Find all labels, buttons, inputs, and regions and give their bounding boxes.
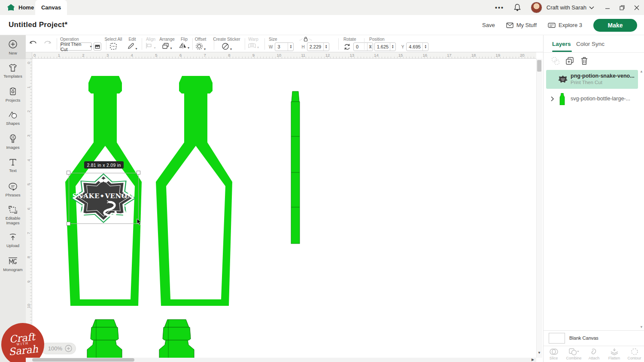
slice-button: Slice bbox=[544, 346, 564, 362]
layer-row-bottle-group[interactable]: svg-potion-bottle-large-... bbox=[546, 92, 638, 106]
sidebar-label: Templates bbox=[3, 74, 22, 78]
zoom-in-icon[interactable] bbox=[65, 345, 72, 352]
my-stuff-button[interactable]: My Stuff bbox=[506, 22, 537, 28]
arrange-group[interactable]: Arrange ▾ bbox=[157, 37, 177, 51]
more-menu-icon[interactable]: ••• bbox=[495, 4, 504, 11]
explore-cards-icon bbox=[548, 22, 556, 28]
sidebar-item-upload[interactable]: Upload bbox=[0, 229, 26, 252]
notifications-bell-icon[interactable] bbox=[513, 3, 521, 12]
select-all-group[interactable]: Select All bbox=[102, 37, 125, 52]
tab-color-sync[interactable]: Color Sync bbox=[576, 41, 605, 47]
size-tooltip: 2.81 in x 2.09 in bbox=[84, 161, 124, 169]
selection-handle-top-right[interactable] bbox=[137, 171, 140, 175]
layer-name: svg-potion-bottle-large-... bbox=[571, 96, 630, 102]
contour-icon bbox=[630, 348, 639, 356]
tab-home[interactable]: Home bbox=[7, 0, 34, 15]
canvas-vertical-scrollbar-thumb[interactable] bbox=[537, 60, 541, 72]
layer-thumbnail-label bbox=[558, 75, 568, 83]
attach-button: Attach bbox=[584, 346, 604, 362]
canvas-tab-label: Canvas bbox=[41, 4, 61, 11]
position-x-stepper[interactable]: ▲▼ bbox=[390, 43, 395, 51]
expand-chevron-icon[interactable] bbox=[550, 96, 554, 102]
duplicate-icon[interactable] bbox=[565, 56, 575, 66]
offset-group[interactable]: Offset ▾ bbox=[190, 37, 211, 52]
layer-row-snake-venom[interactable]: png-potion-snake-veno... Print Then Cut bbox=[546, 70, 638, 89]
sidebar-item-projects[interactable]: Projects bbox=[0, 83, 26, 106]
position-label: Position bbox=[369, 37, 438, 42]
selection-handle-top-left[interactable] bbox=[67, 171, 70, 175]
canvas-vertical-scrollbar[interactable] bbox=[536, 59, 542, 358]
operation-dropdown[interactable]: Print Then Cut▾ bbox=[60, 42, 92, 51]
avatar[interactable] bbox=[531, 2, 542, 13]
explore-button[interactable]: Explore 3 bbox=[548, 22, 582, 28]
panel-scroll-up-arrow-icon[interactable]: ▲ bbox=[640, 69, 643, 73]
rotate-icon[interactable] bbox=[343, 43, 351, 51]
user-name[interactable]: Craft with Sarah bbox=[547, 4, 586, 11]
combine-button: Combine bbox=[564, 346, 584, 362]
create-sticker-group[interactable]: Create Sticker ▾ bbox=[213, 37, 240, 52]
make-button[interactable]: Make bbox=[593, 19, 637, 32]
left-sidebar: New Templates Projects Shapes Images Tex… bbox=[0, 35, 26, 362]
position-y-label: Y bbox=[401, 45, 404, 49]
edit-group[interactable]: Edit ▾ bbox=[124, 37, 141, 51]
arrange-layers-icon bbox=[162, 42, 169, 49]
chevron-down-icon[interactable] bbox=[589, 6, 594, 9]
canvas-horizontal-scrollbar-thumb[interactable] bbox=[32, 358, 134, 362]
align-icon bbox=[146, 42, 153, 49]
lock-icon[interactable] bbox=[299, 37, 312, 42]
close-button[interactable] bbox=[629, 0, 644, 15]
tab-canvas[interactable]: Canvas bbox=[35, 0, 67, 15]
sidebar-item-shapes[interactable]: Shapes bbox=[0, 106, 26, 130]
position-group: Position X 1.625 ▲▼ Y 4.695 ▲▼ bbox=[369, 37, 438, 51]
upload-icon bbox=[9, 233, 17, 241]
blank-canvas-row[interactable]: Blank Canvas bbox=[544, 330, 644, 346]
sidebar-item-templates[interactable]: Templates bbox=[0, 59, 26, 83]
sidebar-item-new[interactable]: New bbox=[0, 35, 26, 59]
sidebar-item-monogram[interactable]: Monogram bbox=[0, 252, 26, 276]
align-group: Align ▾ bbox=[143, 37, 159, 51]
operation-group: Operation Print Then Cut▾ bbox=[60, 37, 101, 51]
position-y-field[interactable]: 4.695 ▲▼ bbox=[406, 42, 428, 51]
scroll-right-arrow-icon[interactable]: ▶ bbox=[532, 358, 534, 362]
redo-icon[interactable] bbox=[43, 40, 52, 47]
editable-images-icon bbox=[8, 205, 18, 214]
width-field[interactable]: 3 ▲▼ bbox=[275, 42, 294, 51]
width-stepper[interactable]: ▲▼ bbox=[288, 43, 293, 51]
panel-scroll-down-arrow-icon[interactable]: ▼ bbox=[640, 325, 643, 329]
warp-icon bbox=[248, 42, 256, 48]
undo-icon[interactable] bbox=[29, 40, 38, 47]
maximize-button[interactable] bbox=[615, 0, 629, 15]
layer-name: png-potion-snake-veno... bbox=[571, 73, 635, 79]
minimize-button[interactable] bbox=[600, 0, 615, 15]
position-y-stepper[interactable]: ▲▼ bbox=[422, 43, 428, 51]
home-icon bbox=[7, 4, 15, 11]
delete-trash-icon[interactable] bbox=[579, 56, 589, 66]
print-then-cut-swatch-button[interactable] bbox=[94, 42, 101, 51]
position-x-label: X bbox=[369, 45, 372, 49]
position-x-field[interactable]: 1.625 ▲▼ bbox=[374, 42, 396, 51]
create-sticker-label: Create Sticker bbox=[213, 37, 240, 42]
titlebar-right: ••• Craft with Sarah bbox=[495, 0, 644, 15]
sidebar-item-text[interactable]: Text bbox=[0, 154, 26, 177]
sidebar-label: Editable Images bbox=[0, 216, 26, 225]
monogram-icon bbox=[8, 257, 18, 265]
height-stepper[interactable]: ▲▼ bbox=[323, 43, 329, 51]
bottle-shape-right bbox=[156, 76, 232, 306]
blank-canvas-swatch[interactable] bbox=[549, 333, 565, 344]
height-field[interactable]: 2.229 ▲▼ bbox=[307, 42, 329, 51]
warp-label: Warp bbox=[244, 37, 263, 42]
sidebar-item-phrases[interactable]: Phrases bbox=[0, 177, 26, 202]
tab-layers[interactable]: Layers bbox=[552, 41, 571, 47]
cricut-design-space-window: Home Canvas ••• Craft with Sarah bbox=[0, 0, 644, 362]
selection-bounding-box[interactable] bbox=[69, 173, 139, 224]
attach-paperclip-icon bbox=[589, 348, 599, 356]
zoom-control[interactable]: 100% bbox=[41, 343, 76, 354]
sidebar-item-editable-images[interactable]: Editable Images bbox=[0, 202, 26, 229]
sidebar-item-images[interactable]: Images bbox=[0, 130, 26, 154]
selection-handle-bottom-left[interactable] bbox=[67, 222, 70, 226]
projects-clipboard-icon bbox=[9, 87, 17, 96]
scroll-down-arrow-icon[interactable]: ▼ bbox=[538, 351, 541, 355]
shapes-icon bbox=[8, 111, 18, 119]
save-button[interactable]: Save bbox=[482, 22, 495, 28]
logo-text: Sarah bbox=[8, 344, 39, 356]
